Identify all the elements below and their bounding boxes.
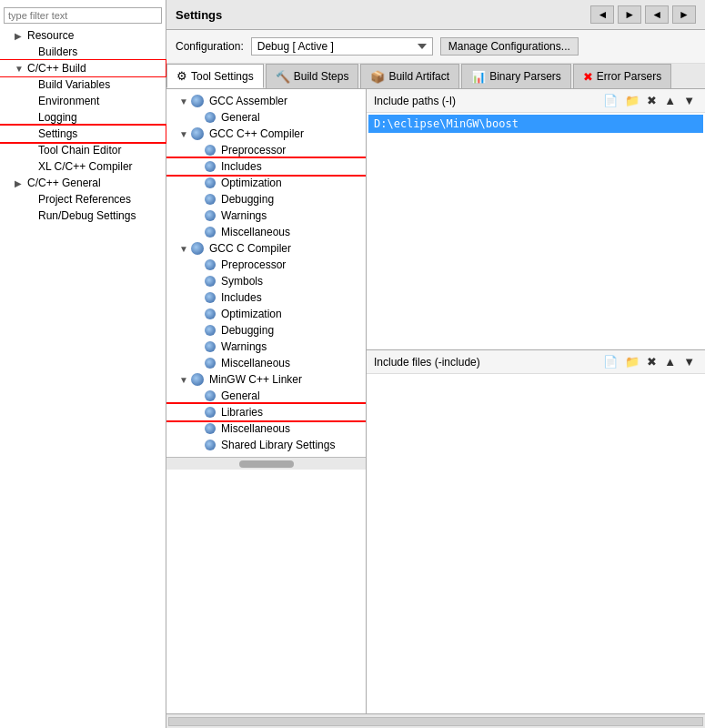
sidebar-item-environment[interactable]: Environment bbox=[0, 93, 166, 109]
expand-arrow bbox=[25, 80, 35, 90]
sidebar-item-label: Environment bbox=[38, 95, 99, 107]
tab-build-artifact[interactable]: 📦 Build Artifact bbox=[360, 64, 459, 88]
h-scroll-track[interactable] bbox=[168, 717, 703, 726]
node-icon bbox=[205, 308, 216, 319]
sidebar-item-build-variables[interactable]: Build Variables bbox=[0, 76, 166, 93]
tab-build-steps[interactable]: 🔨 Build Steps bbox=[266, 64, 359, 88]
tree-item-gcc-assembler[interactable]: ▼ GCC Assembler bbox=[166, 93, 366, 109]
sidebar-item-builders[interactable]: Builders bbox=[0, 44, 166, 60]
sidebar-item-label: C/C++ Build bbox=[27, 62, 86, 75]
tree-item-gcc-c-preprocessor[interactable]: Preprocessor bbox=[166, 257, 366, 273]
tree-item-gcc-asm-general[interactable]: General bbox=[166, 109, 366, 126]
tree-item-gcc-c-misc[interactable]: Miscellaneous bbox=[166, 355, 366, 371]
node-label: Miscellaneous bbox=[221, 422, 290, 435]
nav-back2-button[interactable]: ◄ bbox=[645, 5, 669, 24]
tree-item-gcc-c-warnings[interactable]: Warnings bbox=[166, 339, 366, 355]
add-include-file-button[interactable]: 📄 bbox=[600, 354, 620, 369]
node-icon bbox=[191, 373, 204, 386]
filter-input[interactable] bbox=[4, 7, 162, 24]
nav-fwd-button[interactable]: ► bbox=[618, 5, 641, 24]
tree-item-mingw-shared[interactable]: Shared Library Settings bbox=[166, 437, 366, 453]
expand-arrow: ▼ bbox=[15, 64, 24, 74]
tree-item-gcc-c-compiler[interactable]: ▼ GCC C Compiler bbox=[166, 240, 366, 257]
sidebar: ▶ Resource Builders ▼ C/C++ Build Build … bbox=[0, 0, 166, 728]
sidebar-item-tool-chain-editor[interactable]: Tool Chain Editor bbox=[0, 142, 166, 158]
sidebar-item-project-references[interactable]: Project References bbox=[0, 191, 166, 207]
tree-item-gcc-cpp-includes[interactable]: Includes bbox=[166, 158, 366, 175]
include-files-label: Include files (-include) bbox=[374, 356, 480, 369]
move-down-file-button[interactable]: ▼ bbox=[680, 354, 698, 369]
tree-item-gcc-c-includes[interactable]: Includes bbox=[166, 289, 366, 306]
tab-label: Build Steps bbox=[294, 70, 349, 83]
sidebar-item-c-cpp-general[interactable]: ▶ C/C++ General bbox=[0, 175, 166, 191]
tab-binary-parsers[interactable]: 📊 Binary Parsers bbox=[461, 64, 571, 88]
delete-include-button[interactable]: ✖ bbox=[644, 93, 660, 108]
sidebar-item-label: XL C/C++ Compiler bbox=[38, 160, 133, 173]
build-steps-icon: 🔨 bbox=[276, 70, 290, 84]
include-files-list bbox=[367, 374, 705, 459]
tree-item-mingw-misc[interactable]: Miscellaneous bbox=[166, 420, 366, 437]
node-label: General bbox=[221, 111, 260, 124]
right-panel: Include paths (-I) 📄 📁 ✖ ▲ ▼ D:\eclipse\… bbox=[367, 89, 705, 713]
nav-fwd2-button[interactable]: ► bbox=[672, 5, 696, 24]
include-path-item[interactable]: D:\eclipse\MinGW\boost bbox=[368, 115, 703, 133]
tree-item-gcc-cpp-optimization[interactable]: Optimization bbox=[166, 175, 366, 191]
add-workspace-file-button[interactable]: 📁 bbox=[622, 354, 642, 369]
node-label: Includes bbox=[221, 160, 262, 173]
bottom-scrollbar[interactable] bbox=[166, 713, 705, 728]
manage-configurations-button[interactable]: Manage Configurations... bbox=[440, 37, 579, 56]
sidebar-item-label: Resource bbox=[27, 29, 74, 42]
node-icon bbox=[205, 210, 216, 221]
tree-item-gcc-c-optimization[interactable]: Optimization bbox=[166, 306, 366, 322]
sidebar-item-xl-cpp-compiler[interactable]: XL C/C++ Compiler bbox=[0, 158, 166, 175]
sidebar-item-settings[interactable]: Settings bbox=[0, 126, 166, 142]
tab-label: Binary Parsers bbox=[489, 70, 561, 83]
include-paths-label: Include paths (-I) bbox=[374, 95, 456, 107]
tree-item-gcc-cpp-warnings[interactable]: Warnings bbox=[166, 207, 366, 224]
add-include-path-button[interactable]: 📄 bbox=[600, 93, 620, 108]
expand-arrow: ▶ bbox=[15, 31, 24, 41]
sidebar-item-run-debug-settings[interactable]: Run/Debug Settings bbox=[0, 207, 166, 224]
move-down-include-button[interactable]: ▼ bbox=[680, 93, 698, 108]
node-label: Preprocessor bbox=[221, 144, 286, 157]
tree-item-mingw-general[interactable]: General bbox=[166, 388, 366, 404]
move-up-file-button[interactable]: ▲ bbox=[661, 354, 679, 369]
tree-item-gcc-c-debugging[interactable]: Debugging bbox=[166, 322, 366, 339]
node-label: Symbols bbox=[221, 275, 263, 288]
tree-hscroll[interactable] bbox=[166, 457, 366, 470]
node-icon bbox=[205, 292, 216, 303]
expand-arrow bbox=[25, 47, 35, 57]
binary-parsers-icon: 📊 bbox=[471, 70, 486, 84]
node-icon bbox=[205, 407, 216, 418]
expand-arrow bbox=[25, 96, 35, 106]
add-workspace-include-button[interactable]: 📁 bbox=[622, 93, 642, 108]
node-icon bbox=[205, 276, 216, 287]
sidebar-item-logging[interactable]: Logging bbox=[0, 109, 166, 126]
build-artifact-icon: 📦 bbox=[370, 70, 385, 84]
expand-icon: ▼ bbox=[179, 375, 188, 385]
include-paths-toolbar: 📄 📁 ✖ ▲ ▼ bbox=[600, 93, 698, 108]
nav-back-button[interactable]: ◄ bbox=[590, 5, 614, 24]
tree-item-mingw-libraries[interactable]: Libraries bbox=[166, 404, 366, 420]
config-select[interactable]: Debug [ Active ] Release bbox=[251, 37, 433, 56]
sidebar-item-resource[interactable]: ▶ Resource bbox=[0, 27, 166, 44]
tree-item-mingw-linker[interactable]: ▼ MinGW C++ Linker bbox=[166, 371, 366, 388]
node-label: GCC C Compiler bbox=[209, 242, 291, 255]
tree-item-gcc-cpp-debugging[interactable]: Debugging bbox=[166, 191, 366, 207]
node-icon bbox=[205, 177, 216, 188]
node-icon bbox=[205, 390, 216, 401]
node-icon bbox=[205, 145, 216, 156]
node-icon bbox=[205, 227, 216, 238]
node-label: GCC Assembler bbox=[209, 95, 287, 107]
tab-tool-settings[interactable]: ⚙ Tool Settings bbox=[166, 64, 264, 88]
tree-item-gcc-cpp-preprocessor[interactable]: Preprocessor bbox=[166, 142, 366, 158]
tab-label: Build Artifact bbox=[388, 70, 449, 83]
tree-item-gcc-c-symbols[interactable]: Symbols bbox=[166, 273, 366, 289]
node-label: Debugging bbox=[221, 193, 274, 206]
move-up-include-button[interactable]: ▲ bbox=[661, 93, 679, 108]
sidebar-item-c-cpp-build[interactable]: ▼ C/C++ Build bbox=[0, 60, 166, 76]
tab-error-parsers[interactable]: ✖ Error Parsers bbox=[573, 64, 671, 88]
tree-item-gcc-cpp-compiler[interactable]: ▼ GCC C++ Compiler bbox=[166, 126, 366, 142]
delete-include-file-button[interactable]: ✖ bbox=[644, 354, 660, 369]
tree-item-gcc-cpp-misc[interactable]: Miscellaneous bbox=[166, 224, 366, 240]
